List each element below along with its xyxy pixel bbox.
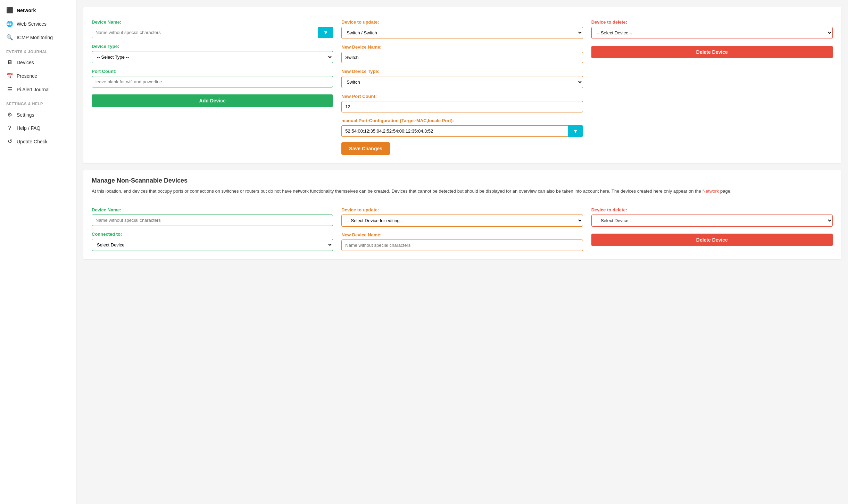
ns-device-to-delete-label: Device to delete:	[591, 207, 833, 212]
ns-device-name-label: Device Name:	[92, 207, 333, 212]
nonscannable-description: At this location, end devices that occup…	[92, 188, 833, 195]
sidebar-label-help: Help / FAQ	[17, 125, 40, 131]
ns-device-to-delete-select[interactable]: -- Select Device --	[591, 215, 833, 227]
sidebar-item-pi-alert-journal[interactable]: ☰ Pi.Alert Journal	[0, 83, 76, 96]
ns-delete-device-button[interactable]: Delete Device	[591, 234, 833, 246]
add-device-button[interactable]: Add Device	[92, 94, 333, 107]
device-type-label: Device Type:	[92, 44, 333, 49]
sidebar-label-journal: Pi.Alert Journal	[17, 87, 50, 92]
new-port-count-input[interactable]	[341, 101, 583, 112]
manual-port-input[interactable]	[341, 125, 568, 137]
new-device-type-select[interactable]: Switch Router Access Point	[341, 76, 583, 88]
device-to-update-select[interactable]: Switch / Switch	[341, 27, 583, 39]
nonscannable-form-grid: Device Name: Connected to: Select Device…	[92, 202, 833, 251]
new-device-name-label: New Device Name:	[341, 44, 583, 50]
nonscannable-col-add: Device Name: Connected to: Select Device	[92, 202, 333, 251]
ns-device-to-update-select[interactable]: -- Select Device for editing --	[341, 215, 583, 227]
calendar-icon: 📅	[6, 73, 13, 79]
nonscannable-col-delete: Device to delete: -- Select Device -- De…	[591, 202, 833, 251]
ns-new-device-name-input[interactable]	[341, 240, 583, 251]
port-count-input[interactable]	[92, 76, 333, 87]
ns-device-to-update-label: Device to update:	[341, 207, 583, 212]
manage-nonscannable-card: Manage Non-Scannable Devices At this loc…	[83, 170, 841, 259]
sidebar-item-presence[interactable]: 📅 Presence	[0, 69, 76, 83]
manual-port-field-wrap: ▼	[341, 125, 583, 137]
device-to-delete-select[interactable]: -- Select Device --	[591, 27, 833, 39]
sidebar-label-web-services: Web Services	[17, 21, 47, 27]
new-port-count-label: New Port Count:	[341, 94, 583, 99]
manual-port-label: manual Port-Configuration (Target-MAC,lo…	[341, 118, 583, 123]
settings-help-section-label: SETTINGS & HELP	[0, 96, 76, 108]
sidebar-item-network[interactable]: ⬛ Network	[0, 3, 76, 17]
manual-port-dropdown-btn[interactable]: ▼	[568, 125, 583, 137]
sidebar-item-help-faq[interactable]: ? Help / FAQ	[0, 121, 76, 135]
sidebar-label-devices: Devices	[17, 60, 34, 65]
sidebar-label-network: Network	[17, 8, 36, 13]
sidebar-label-icmp: ICMP Monitoring	[17, 35, 53, 40]
ns-new-device-name-label: New Device Name:	[341, 232, 583, 237]
sidebar-item-devices[interactable]: 🖥 Devices	[0, 56, 76, 69]
device-name-input[interactable]	[92, 27, 318, 38]
scannable-form-grid: Device Name: ▼ Device Type: -- Select Ty…	[92, 14, 833, 155]
port-count-label: Port Count:	[92, 69, 333, 74]
journal-icon: ☰	[6, 86, 13, 93]
sidebar-item-icmp-monitoring[interactable]: 🔍 ICMP Monitoring	[0, 31, 76, 44]
ns-connected-to-select[interactable]: Select Device	[92, 239, 333, 251]
sidebar-item-web-services[interactable]: 🌐 Web Services	[0, 17, 76, 31]
device-name-label: Device Name:	[92, 19, 333, 25]
question-icon: ?	[6, 125, 13, 131]
device-to-delete-label: Device to delete:	[591, 19, 833, 25]
scannable-col-update: Device to update: Switch / Switch New De…	[341, 14, 583, 155]
ns-device-name-input[interactable]	[92, 215, 333, 226]
manage-scannable-card: Device Name: ▼ Device Type: -- Select Ty…	[83, 7, 841, 163]
nonscannable-section-title: Manage Non-Scannable Devices	[92, 177, 833, 184]
save-changes-button[interactable]: Save Changes	[341, 142, 390, 155]
sidebar-item-update-check[interactable]: ↺ Update Check	[0, 135, 76, 148]
device-name-dropdown-btn[interactable]: ▼	[318, 27, 333, 38]
sidebar: ⬛ Network 🌐 Web Services 🔍 ICMP Monitori…	[0, 0, 76, 504]
device-name-field-wrap: ▼	[92, 27, 333, 38]
network-link[interactable]: Network	[702, 188, 719, 194]
device-to-update-label: Device to update:	[341, 19, 583, 25]
search-icon: 🔍	[6, 34, 13, 41]
sidebar-item-settings[interactable]: ⚙ Settings	[0, 108, 76, 121]
refresh-icon: ↺	[6, 138, 13, 145]
nonscannable-col-update: Device to update: -- Select Device for e…	[341, 202, 583, 251]
events-journal-section-label: EVENTS & JOURNAL	[0, 44, 76, 56]
sidebar-label-presence: Presence	[17, 73, 37, 79]
gear-icon: ⚙	[6, 111, 13, 118]
main-content: Device Name: ▼ Device Type: -- Select Ty…	[76, 0, 848, 504]
ns-connected-to-label: Connected to:	[92, 232, 333, 237]
delete-device-button[interactable]: Delete Device	[591, 46, 833, 58]
scannable-col-delete: Device to delete: -- Select Device -- De…	[591, 14, 833, 155]
sidebar-label-update: Update Check	[17, 139, 48, 144]
sidebar-label-settings: Settings	[17, 112, 34, 118]
device-type-select[interactable]: -- Select Type -- Switch Router Access P…	[92, 51, 333, 63]
scannable-col-add: Device Name: ▼ Device Type: -- Select Ty…	[92, 14, 333, 155]
new-device-type-label: New Device Type:	[341, 69, 583, 74]
globe-icon: 🌐	[6, 20, 13, 27]
network-icon: ⬛	[6, 7, 13, 14]
laptop-icon: 🖥	[6, 59, 13, 66]
new-device-name-input[interactable]	[341, 52, 583, 63]
